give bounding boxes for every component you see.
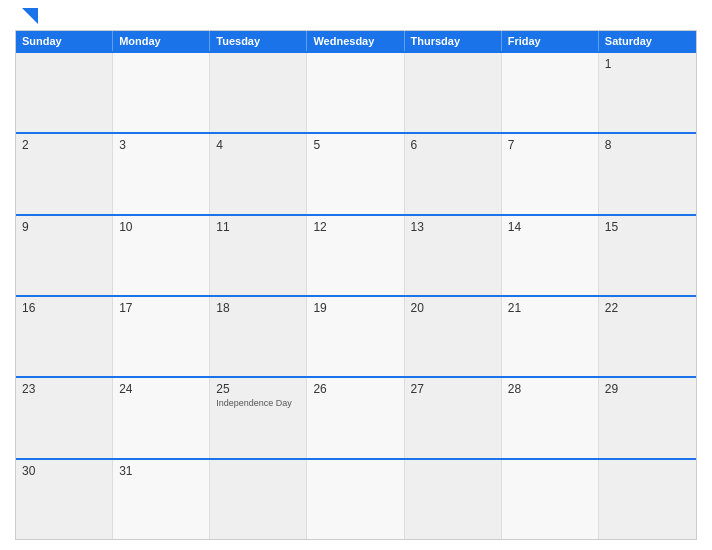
calendar-cell: 18 <box>210 297 307 376</box>
calendar-cell <box>599 460 696 539</box>
calendar-cell: 3 <box>113 134 210 213</box>
calendar-week-row: 1 <box>16 51 696 132</box>
day-number: 1 <box>605 57 612 71</box>
day-number: 31 <box>119 464 132 478</box>
calendar-cell: 10 <box>113 216 210 295</box>
day-number: 19 <box>313 301 326 315</box>
day-number: 17 <box>119 301 132 315</box>
calendar-cell: 21 <box>502 297 599 376</box>
calendar-cell: 26 <box>307 378 404 457</box>
calendar-cell <box>16 53 113 132</box>
calendar-cell: 12 <box>307 216 404 295</box>
day-number: 25 <box>216 382 229 396</box>
day-number: 6 <box>411 138 418 152</box>
calendar-cell: 23 <box>16 378 113 457</box>
calendar-cell <box>502 460 599 539</box>
calendar-cell: 1 <box>599 53 696 132</box>
calendar-cell <box>307 53 404 132</box>
calendar-cell: 5 <box>307 134 404 213</box>
calendar-cell: 7 <box>502 134 599 213</box>
calendar-cell: 24 <box>113 378 210 457</box>
day-number: 16 <box>22 301 35 315</box>
calendar-cell: 16 <box>16 297 113 376</box>
day-number: 13 <box>411 220 424 234</box>
calendar-cell <box>405 53 502 132</box>
calendar-cell: 14 <box>502 216 599 295</box>
calendar-cell <box>210 53 307 132</box>
day-number: 12 <box>313 220 326 234</box>
calendar-cell: 17 <box>113 297 210 376</box>
day-number: 29 <box>605 382 618 396</box>
calendar-header-cell: Thursday <box>405 31 502 51</box>
calendar-header-cell: Monday <box>113 31 210 51</box>
day-number: 8 <box>605 138 612 152</box>
calendar-cell: 31 <box>113 460 210 539</box>
event-label: Independence Day <box>216 398 292 409</box>
day-number: 5 <box>313 138 320 152</box>
calendar-cell: 22 <box>599 297 696 376</box>
calendar-header-cell: Tuesday <box>210 31 307 51</box>
day-number: 26 <box>313 382 326 396</box>
day-number: 3 <box>119 138 126 152</box>
calendar-cell: 11 <box>210 216 307 295</box>
calendar-cell: 2 <box>16 134 113 213</box>
calendar-cell: 8 <box>599 134 696 213</box>
calendar-cell: 27 <box>405 378 502 457</box>
calendar-week-row: 232425Independence Day26272829 <box>16 376 696 457</box>
calendar-cell: 20 <box>405 297 502 376</box>
logo <box>20 10 38 24</box>
calendar-header-cell: Sunday <box>16 31 113 51</box>
day-number: 28 <box>508 382 521 396</box>
page: SundayMondayTuesdayWednesdayThursdayFrid… <box>0 0 712 550</box>
calendar-cell: 25Independence Day <box>210 378 307 457</box>
calendar-week-row: 9101112131415 <box>16 214 696 295</box>
day-number: 14 <box>508 220 521 234</box>
day-number: 11 <box>216 220 229 234</box>
day-number: 24 <box>119 382 132 396</box>
calendar-header-cell: Saturday <box>599 31 696 51</box>
calendar-body: 1234567891011121314151617181920212223242… <box>16 51 696 539</box>
day-number: 4 <box>216 138 223 152</box>
day-number: 15 <box>605 220 618 234</box>
header <box>15 10 697 24</box>
calendar-week-row: 2345678 <box>16 132 696 213</box>
calendar-week-row: 3031 <box>16 458 696 539</box>
calendar-cell: 13 <box>405 216 502 295</box>
calendar-cell: 6 <box>405 134 502 213</box>
calendar-cell: 29 <box>599 378 696 457</box>
calendar-cell: 9 <box>16 216 113 295</box>
day-number: 9 <box>22 220 29 234</box>
day-number: 27 <box>411 382 424 396</box>
calendar-cell <box>502 53 599 132</box>
day-number: 20 <box>411 301 424 315</box>
day-number: 10 <box>119 220 132 234</box>
calendar-header-cell: Friday <box>502 31 599 51</box>
calendar-cell <box>307 460 404 539</box>
day-number: 22 <box>605 301 618 315</box>
svg-marker-0 <box>22 8 38 24</box>
calendar-cell <box>210 460 307 539</box>
day-number: 21 <box>508 301 521 315</box>
calendar-header-row: SundayMondayTuesdayWednesdayThursdayFrid… <box>16 31 696 51</box>
day-number: 30 <box>22 464 35 478</box>
calendar-cell <box>113 53 210 132</box>
logo-flag-icon <box>22 8 38 24</box>
calendar-cell: 19 <box>307 297 404 376</box>
calendar-cell: 30 <box>16 460 113 539</box>
calendar-cell <box>405 460 502 539</box>
calendar-cell: 15 <box>599 216 696 295</box>
day-number: 7 <box>508 138 515 152</box>
day-number: 23 <box>22 382 35 396</box>
calendar-cell: 28 <box>502 378 599 457</box>
calendar: SundayMondayTuesdayWednesdayThursdayFrid… <box>15 30 697 540</box>
calendar-cell: 4 <box>210 134 307 213</box>
calendar-week-row: 16171819202122 <box>16 295 696 376</box>
day-number: 18 <box>216 301 229 315</box>
day-number: 2 <box>22 138 29 152</box>
calendar-header-cell: Wednesday <box>307 31 404 51</box>
